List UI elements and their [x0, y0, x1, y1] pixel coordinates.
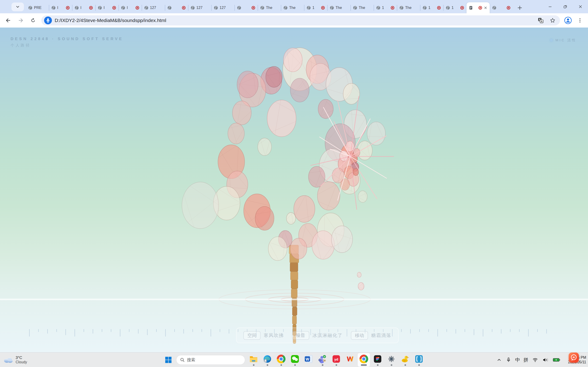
browser-tab[interactable]: 1	[304, 2, 327, 13]
app-icon	[414, 354, 424, 364]
taskbar-app-brackets[interactable]	[413, 353, 425, 367]
mic-status-label: MIC 活性	[555, 38, 577, 42]
running-indicator	[322, 364, 323, 366]
taskbar-app-file-explorer[interactable]	[247, 353, 260, 367]
taskbar-app-figma[interactable]	[372, 353, 384, 367]
ime-language-indicator[interactable]: 中	[515, 357, 520, 363]
browser-tab[interactable]: The	[258, 2, 281, 13]
running-indicator	[377, 364, 379, 366]
mic-status: MIC 活性	[550, 38, 577, 42]
ai-assistant-button[interactable]: AI	[569, 352, 579, 363]
browser-tab[interactable]: The	[327, 2, 351, 13]
globe-favicon-icon	[121, 6, 125, 10]
taskbar-app-cyberduck[interactable]	[399, 353, 411, 367]
browser-tab[interactable]: 1	[420, 2, 443, 13]
recording-indicator-icon	[135, 6, 139, 10]
maximize-button[interactable]	[558, 0, 573, 13]
close-icon	[484, 6, 487, 10]
search-placehol der-text: 搜索	[187, 357, 195, 363]
browser-tab[interactable]	[165, 2, 188, 13]
browser-tab[interactable]: 1	[374, 2, 397, 13]
bookmark-star-icon[interactable]	[548, 16, 557, 25]
taskbar-app-teams[interactable]: TJY	[316, 353, 329, 367]
new-tab-button[interactable]	[515, 3, 524, 12]
profile-avatar[interactable]	[563, 15, 573, 26]
browser-menu-button[interactable]	[575, 15, 585, 26]
taskbar-app-edge[interactable]	[261, 353, 274, 367]
tab-title: The	[405, 6, 418, 10]
reload-button[interactable]	[27, 15, 39, 26]
volume-button[interactable]	[542, 357, 549, 363]
browser-tab[interactable]: The	[351, 2, 374, 13]
browser-tab[interactable]: 127	[142, 2, 165, 13]
tab-title: The	[289, 6, 302, 10]
taskbar-app-chrome[interactable]	[275, 353, 287, 367]
back-arrow-icon	[5, 17, 11, 24]
wifi-button[interactable]	[532, 357, 539, 363]
weather-widget[interactable]: 3°C Cloudy	[3, 352, 27, 367]
start-button[interactable]	[163, 354, 174, 365]
hint-key-space: 空间	[243, 331, 260, 340]
browser-tab[interactable]: I	[119, 2, 142, 13]
tab-title: 1	[428, 6, 435, 10]
tray-mic-button[interactable]	[505, 357, 512, 363]
app-icon	[290, 354, 300, 364]
app-icon	[359, 354, 368, 364]
tab-title: 1	[312, 6, 320, 10]
globe-favicon-icon	[283, 6, 288, 10]
globe-favicon-icon	[190, 6, 195, 10]
taskbar-app-chrome-active[interactable]	[358, 353, 370, 367]
browser-tab[interactable]	[234, 2, 258, 13]
back-button[interactable]	[3, 15, 14, 26]
forward-button[interactable]	[15, 15, 26, 26]
globe-favicon-icon	[74, 6, 79, 10]
browser-tab[interactable]: The	[397, 2, 420, 13]
address-bar[interactable]: D:/IXDY2-2/4Steve-MediaM&B/soundspp/inde…	[41, 15, 560, 25]
browser-tab[interactable]	[490, 2, 513, 13]
chevron-down-icon	[16, 5, 20, 9]
taskbar-app-wps[interactable]	[344, 353, 356, 367]
plus-icon	[517, 5, 522, 10]
close-button[interactable]	[573, 0, 588, 13]
cloud-icon	[3, 356, 13, 364]
translate-icon[interactable]	[536, 16, 545, 25]
window-controls	[543, 0, 588, 13]
taskbar-app-settings[interactable]	[385, 353, 398, 367]
browser-tab[interactable]: 1	[443, 2, 467, 13]
browser-tab[interactable]: I	[49, 2, 72, 13]
globe-favicon-icon	[214, 6, 218, 10]
tab-title: 127	[150, 6, 163, 10]
globe-favicon-icon	[237, 6, 242, 10]
browser-toolbar: D:/IXDY2-2/4Steve-MediaM&B/soundspp/inde…	[0, 13, 588, 27]
running-indicator	[336, 364, 337, 366]
recording-indicator-icon	[478, 6, 482, 10]
taskbar-app-wechat[interactable]	[289, 353, 301, 367]
hint-group-move: 移动 糖霜滴落	[351, 331, 391, 340]
browser-tab[interactable]: 127	[188, 2, 211, 13]
search-icon	[180, 358, 185, 362]
ime-mode-indicator[interactable]: 拼	[523, 357, 528, 363]
globe-favicon-icon	[98, 6, 102, 10]
browser-tab[interactable]: I	[72, 2, 95, 13]
browser-tab[interactable]	[467, 2, 490, 13]
tray-overflow-button[interactable]	[496, 357, 502, 363]
taskbar-center: 搜索 W TJY yd	[163, 352, 425, 367]
tab-close-button[interactable]	[484, 6, 487, 10]
svg-text:JY: JY	[323, 360, 326, 362]
tab-search-button[interactable]	[11, 2, 24, 11]
browser-tab[interactable]: The	[281, 2, 304, 13]
taskbar-search[interactable]: 搜索	[176, 355, 245, 365]
recording-indicator-icon	[460, 6, 464, 10]
taskbar-app-word[interactable]: W	[303, 353, 315, 367]
minimize-icon	[548, 4, 552, 9]
taskbar-app-youdao[interactable]: yd	[330, 353, 342, 367]
browser-tab[interactable]: I	[95, 2, 119, 13]
globe-favicon-icon	[260, 6, 265, 10]
app-icon	[401, 354, 410, 364]
minimize-button[interactable]	[543, 0, 558, 13]
browser-tab[interactable]: 127	[211, 2, 234, 13]
running-indicator	[361, 364, 367, 366]
globe-favicon-icon	[330, 6, 334, 10]
browser-tab[interactable]: PRE	[26, 2, 49, 13]
battery-button[interactable]	[552, 357, 561, 362]
